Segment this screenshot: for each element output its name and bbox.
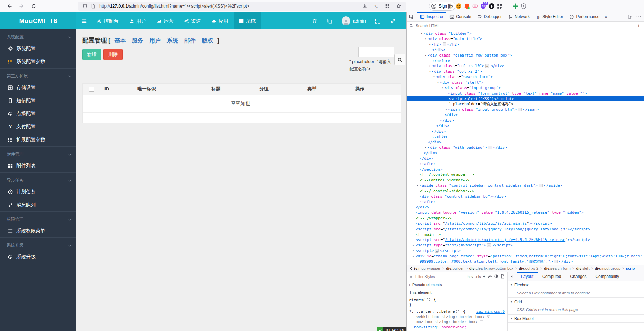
markup-line[interactable]: ::after (407, 161, 644, 167)
markup-line[interactable]: </div> (407, 112, 644, 118)
markup-line[interactable]: <script src="/static/admin/js/main.min.j… (407, 237, 644, 243)
devtools-tab-debugger[interactable]: Debugger (474, 12, 505, 21)
greyshield-extension-button[interactable] (521, 3, 527, 9)
markup-line[interactable]: <!--main--> (407, 232, 644, 237)
clear-cache-button[interactable] (307, 12, 322, 29)
markup-line[interactable]: </div> (407, 156, 644, 161)
pick-element-button[interactable] (407, 12, 417, 21)
devtools-tab-inspector[interactable]: Inspector (417, 12, 446, 21)
sidebar-group-header[interactable]: 系统升级 (0, 238, 76, 250)
app-logo[interactable]: MuuCMF T6 (0, 12, 76, 29)
markup-line[interactable]: <!--./wrapper--> (407, 216, 644, 221)
page-info-icon[interactable] (91, 4, 96, 9)
markup-line[interactable]: ▸<div class="col-xs-10">…</div> (407, 63, 644, 69)
layout-tab-Changes[interactable]: Changes (566, 272, 591, 281)
css-rule-line[interactable]: box-sizing: border-box; (409, 324, 505, 330)
greenplus-extension-button[interactable] (512, 3, 519, 9)
collapsed-ellipsis[interactable]: … (539, 184, 543, 187)
twisty-icon[interactable]: ▾ (440, 86, 444, 89)
user-menu[interactable]: admin (337, 12, 370, 29)
column-header-唯一标识[interactable]: 唯一标识 (133, 84, 207, 95)
markup-line[interactable]: ▸<h2>…</h2> (407, 42, 644, 47)
markup-tree[interactable]: ▾<div class="builder">▾<div class="main-… (407, 30, 644, 265)
bookmark-star-icon[interactable] (396, 4, 401, 9)
sidebar-expand-button[interactable] (508, 272, 517, 281)
sidebar-item-系统权限菜单[interactable]: 系统权限菜单 (0, 224, 76, 237)
nav-item-系统[interactable]: 系统 (234, 12, 261, 29)
markup-line[interactable]: ▸<script>…</script> (407, 248, 644, 254)
devtools-tab-style-editor[interactable]: {}Style Editor (533, 12, 566, 21)
markup-line[interactable]: <script src="/static/common/lib/zui/js/z… (407, 221, 644, 226)
breadcrumb-item[interactable]: div.clearfix.row.button-box (469, 266, 513, 270)
fox-extension-button[interactable] (464, 3, 470, 9)
more-tabs-button[interactable]: » (603, 12, 609, 21)
sidebar-item-短信配置[interactable]: 短信配置 (0, 94, 76, 107)
twisty-icon[interactable]: ▾ (436, 81, 440, 84)
toggle-class-button[interactable]: .cls (475, 274, 481, 279)
collapsed-ellipsis[interactable]: … (554, 260, 558, 263)
translate-icon[interactable]: 文A (374, 4, 379, 9)
sidebar-toggle-button[interactable] (76, 12, 91, 29)
twisty-icon[interactable]: ▸ (416, 184, 420, 187)
config-tab-基本[interactable]: 基本 (114, 37, 126, 45)
markup-line[interactable]: <!--/.control-sidebar--> (407, 188, 644, 194)
add-rule-button[interactable]: + (483, 274, 485, 279)
layout-tab-Layout[interactable]: Layout (517, 272, 538, 281)
markup-line[interactable]: ▸<aside class="control-sidebar control-s… (407, 183, 644, 188)
sidebar-group-header[interactable]: 系统配置 (0, 29, 76, 42)
search-html-input[interactable] (416, 24, 634, 28)
markup-line[interactable]: ::before (407, 58, 644, 63)
contrast-icon[interactable] (494, 274, 498, 279)
config-tab-系统[interactable]: 系统 (167, 37, 178, 45)
sidebar-item-支付配置[interactable]: ¥支付配置 (0, 120, 76, 133)
sidebar-item-系统配置[interactable]: 系统配置 (0, 42, 76, 55)
markup-line[interactable]: <input data-toggle="version" value="1.9.… (407, 210, 644, 216)
breadcrumb-item[interactable]: div.sleft (576, 266, 589, 270)
markup-line[interactable]: ▾<div class="main-title"> (407, 36, 644, 42)
markup-line[interactable]: </div> (407, 128, 644, 134)
pseudo-elements-row[interactable]: ▸ Pseudo-elements (407, 281, 507, 289)
devtools-menu-icon[interactable] (636, 14, 641, 20)
markup-line[interactable]: ▸<span class="input-group-btn">…</span> (407, 107, 644, 112)
shield18-extension-button[interactable]: 1818 (480, 3, 486, 9)
breadcrumb-item[interactable]: scrip (626, 266, 635, 270)
highlight-toggle-icon[interactable] (427, 298, 430, 301)
markup-line[interactable]: ▾<div class="sleft"> (407, 80, 644, 85)
collapsed-ellipsis[interactable]: … (485, 64, 489, 68)
collapsed-ellipsis[interactable]: … (518, 108, 522, 111)
nav-item-控制台[interactable]: 控制台 (91, 12, 124, 29)
css-rule-line[interactable]: *, ::after, ::before {zui.min.css:6 (409, 309, 505, 314)
fullscreen-button[interactable] (370, 12, 385, 29)
layout-section-Grid[interactable]: ▾Grid (508, 298, 644, 306)
sidebar-item-附件列表[interactable]: 附件列表 (0, 159, 76, 172)
twisty-icon[interactable]: ▸ (411, 255, 416, 258)
nav-item-运营[interactable]: 运营 (151, 12, 179, 29)
add-rule-plus[interactable]: + (636, 23, 641, 28)
layout-section-Flexbox[interactable]: ▾Flexbox (508, 281, 644, 289)
download-icon[interactable] (362, 4, 367, 9)
markup-line[interactable]: ▸<script type="text/javascript">…</scrip… (407, 243, 644, 248)
markup-line[interactable]: <div class="control-sidebar-bg"></div> (407, 194, 644, 199)
css-rules[interactable]: element {}*, ::after, ::before {zui.min.… (407, 296, 507, 331)
nav-item-用户[interactable]: 用户 (124, 12, 151, 29)
light-theme-icon[interactable] (487, 274, 492, 279)
twisty-icon[interactable]: ▸ (428, 64, 432, 68)
filter-styles-input[interactable] (415, 274, 465, 279)
breadcrumb-item[interactable]: div.search-form (544, 266, 571, 270)
markup-line[interactable]: <script src="/static/common/lib/jquery.l… (407, 226, 644, 232)
layout-tab-Compatibility[interactable]: Compatibility (591, 272, 623, 281)
markup-line[interactable]: </div> (407, 118, 644, 123)
markup-line[interactable]: ▾<div class="search-form"> (407, 74, 644, 80)
config-tab-邮件[interactable]: 邮件 (184, 37, 196, 45)
markup-line[interactable]: </div> (407, 205, 644, 210)
css-rule-line[interactable]: } (409, 302, 505, 307)
sidebar-item-扩展配置参数[interactable]: 扩展配置参数 (0, 133, 76, 146)
markup-line[interactable]: <!--/.content-wrapper--> (407, 172, 644, 177)
column-header-标题[interactable]: 标题 (207, 84, 255, 95)
nav-item-渠道[interactable]: 渠道 (179, 12, 206, 29)
markup-line[interactable]: ▸<div class="with-padding">…</div> (407, 145, 644, 150)
config-tab-用户[interactable]: 用户 (149, 37, 161, 45)
markup-line[interactable]: ::after (407, 199, 644, 205)
markup-line[interactable]: </div> (407, 123, 644, 128)
markup-line[interactable]: </div> (407, 150, 644, 156)
